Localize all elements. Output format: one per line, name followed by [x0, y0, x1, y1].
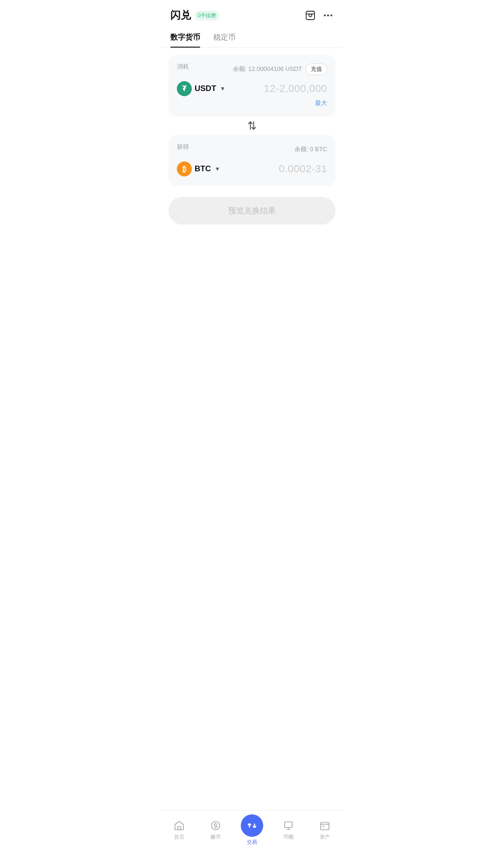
tab-digital-currency[interactable]: 数字货币 [170, 28, 200, 47]
obtain-coin-row: ₿ BTC ▼ 0.0002-31 [177, 161, 327, 176]
history-button[interactable] [305, 10, 316, 21]
preview-button[interactable]: 预览兑换结果 [168, 197, 336, 224]
tab-stablecoin[interactable]: 稳定币 [213, 28, 236, 47]
obtain-amount: 0.0002-31 [279, 163, 327, 175]
consume-balance-text: 余额: 12.00004106 USDT [233, 65, 302, 73]
consume-card: 消耗 余额: 12.00004106 USDT 充值 ₮ USDT ▼ 12-2… [168, 55, 336, 117]
svg-point-3 [324, 14, 326, 16]
obtain-card: 获得 余额: 0 BTC ₿ BTC ▼ 0.0002-31 [168, 135, 336, 186]
header-left: 闪兑 0手续费 [170, 8, 219, 22]
obtain-label: 获得 [177, 143, 189, 151]
consume-balance-row: 余额: 12.00004106 USDT 充值 [233, 63, 327, 75]
usdt-icon: ₮ [177, 81, 192, 96]
tabs-container: 数字货币 稳定币 [161, 28, 343, 48]
fee-badge: 0手续费 [195, 11, 219, 21]
btc-coin-selector[interactable]: ₿ BTC ▼ [177, 161, 220, 176]
consume-coin-row: ₮ USDT ▼ 12-2,000,000 [177, 81, 327, 96]
consume-label: 消耗 [177, 63, 189, 71]
history-icon [305, 10, 316, 21]
consume-card-top: 消耗 余额: 12.00004106 USDT 充值 [177, 63, 327, 76]
recharge-button[interactable]: 充值 [306, 63, 327, 75]
usdt-coin-selector[interactable]: ₮ USDT ▼ [177, 81, 225, 96]
consume-amount: 12-2,000,000 [264, 83, 327, 95]
swap-direction-icon: ⇅ [247, 119, 257, 133]
obtain-card-top: 获得 余额: 0 BTC [177, 143, 327, 156]
main-content: 消耗 余额: 12.00004106 USDT 充值 ₮ USDT ▼ 12-2… [161, 55, 343, 224]
more-icon [322, 10, 334, 21]
btc-coin-name: BTC [195, 164, 211, 174]
header: 闪兑 0手续费 [161, 0, 343, 28]
header-icons [305, 10, 334, 21]
svg-point-4 [327, 14, 329, 16]
svg-point-5 [330, 14, 332, 16]
page-title: 闪兑 [170, 8, 191, 22]
svg-rect-0 [306, 11, 315, 20]
obtain-balance-text: 余额: 0 BTC [294, 145, 327, 154]
usdt-chevron-icon: ▼ [220, 85, 225, 92]
btc-chevron-icon: ▼ [215, 166, 220, 172]
btc-icon: ₿ [177, 161, 192, 176]
max-link[interactable]: 最大 [177, 99, 327, 107]
more-button[interactable] [322, 10, 334, 21]
swap-arrow-container[interactable]: ⇅ [168, 117, 336, 135]
usdt-coin-name: USDT [195, 84, 216, 93]
